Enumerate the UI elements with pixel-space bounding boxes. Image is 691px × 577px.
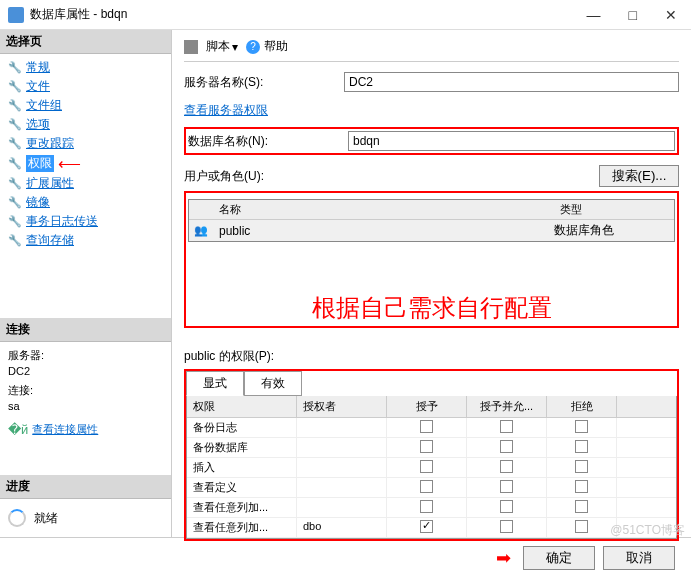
perm-deny (547, 418, 617, 437)
checkbox[interactable] (500, 520, 513, 533)
help-button[interactable]: ?帮助 (246, 38, 288, 55)
progress-status: 就绪 (34, 510, 58, 527)
script-dropdown[interactable]: 脚本▾ (206, 38, 238, 55)
server-name-input[interactable] (344, 72, 679, 92)
checkbox[interactable] (420, 480, 433, 493)
col-grantor[interactable]: 授权者 (297, 396, 387, 417)
nav-item-mirror[interactable]: 🔧镜像 (0, 193, 171, 212)
script-icon (184, 40, 198, 54)
arrow-annotation-icon: ⟵ (58, 154, 81, 173)
perm-grantor (297, 418, 387, 437)
annotation-text: 根据自己需求自行配置 (188, 292, 675, 324)
db-name-label: 数据库名称(N): (188, 133, 348, 150)
progress-header: 进度 (0, 475, 171, 499)
checkbox[interactable] (500, 460, 513, 473)
perm-grant (387, 498, 467, 517)
perm-name: 查看定义 (187, 478, 297, 497)
perm-row[interactable]: 查看任意列加... (187, 498, 676, 518)
checkbox[interactable] (500, 420, 513, 433)
nav-item-options[interactable]: 🔧选项 (0, 115, 171, 134)
connection-block: 服务器: DC2 连接: sa �й查看连接属性 (0, 342, 171, 445)
checkbox[interactable] (575, 500, 588, 513)
perm-name: 查看任意列加... (187, 518, 297, 537)
server-label: 服务器: (8, 348, 163, 363)
view-connection-props[interactable]: �й查看连接属性 (8, 422, 163, 437)
col-name[interactable]: 名称 (213, 200, 554, 219)
nav-item-querystore[interactable]: 🔧查询存储 (0, 231, 171, 250)
col-perm[interactable]: 权限 (187, 396, 297, 417)
checkbox[interactable] (420, 440, 433, 453)
checkbox[interactable] (500, 500, 513, 513)
checkbox[interactable] (575, 520, 588, 533)
perm-row[interactable]: 查看定义 (187, 478, 676, 498)
maximize-button[interactable]: □ (623, 5, 643, 25)
table-row[interactable]: 👥 public 数据库角色 (189, 220, 674, 241)
tab-effective[interactable]: 有效 (244, 371, 302, 396)
checkbox[interactable] (500, 440, 513, 453)
nav-item-general[interactable]: 🔧常规 (0, 58, 171, 77)
titlebar: 数据库属性 - bdqn — □ ✕ (0, 0, 691, 30)
checkbox[interactable] (420, 500, 433, 513)
perm-row[interactable]: 插入 (187, 458, 676, 478)
perm-row[interactable]: 备份日志 (187, 418, 676, 438)
toolbar: 脚本▾ ?帮助 (184, 38, 679, 62)
minimize-button[interactable]: — (581, 5, 607, 25)
perm-deny (547, 458, 617, 477)
nav-item-logshipping[interactable]: 🔧事务日志传送 (0, 212, 171, 231)
perm-label: public 的权限(P): (184, 348, 679, 365)
nav-list: 🔧常规 🔧文件 🔧文件组 🔧选项 🔧更改跟踪 🔧权限⟵ 🔧扩展属性 🔧镜像 🔧事… (0, 54, 171, 254)
col-deny[interactable]: 拒绝 (547, 396, 617, 417)
perm-row[interactable]: 查看任意列加...dbo (187, 518, 676, 538)
server-value: DC2 (8, 365, 163, 377)
search-button[interactable]: 搜索(E)... (599, 165, 679, 187)
view-server-perms-link[interactable]: 查看服务器权限 (184, 102, 268, 119)
role-type: 数据库角色 (554, 222, 674, 239)
perm-grantor (297, 458, 387, 477)
perm-grantor (297, 478, 387, 497)
close-button[interactable]: ✕ (659, 5, 683, 25)
nav-item-filegroups[interactable]: 🔧文件组 (0, 96, 171, 115)
checkbox[interactable] (420, 460, 433, 473)
perm-highlight: 显式 有效 权限 授权者 授予 授予并允... 拒绝 备份日志备份数据库插入查看… (184, 369, 679, 541)
roles-highlight: 名称 类型 👥 public 数据库角色 根据自己需求自行配置 (184, 191, 679, 328)
checkbox[interactable] (575, 420, 588, 433)
roles-table: 名称 类型 👥 public 数据库角色 (188, 199, 675, 242)
checkbox[interactable] (500, 480, 513, 493)
nav-item-permissions[interactable]: 🔧权限⟵ (0, 153, 171, 174)
perm-grant (387, 458, 467, 477)
sidebar: 选择页 🔧常规 🔧文件 🔧文件组 🔧选项 🔧更改跟踪 🔧权限⟵ 🔧扩展属性 🔧镜… (0, 30, 172, 537)
select-page-header: 选择页 (0, 30, 171, 54)
checkbox[interactable] (575, 460, 588, 473)
arrow-annotation-icon: ➡ (496, 547, 511, 569)
role-name: public (213, 224, 554, 238)
perm-grantwith (467, 458, 547, 477)
perm-row[interactable]: 备份数据库 (187, 438, 676, 458)
conn-value: sa (8, 400, 163, 412)
wrench-icon: 🔧 (8, 215, 22, 228)
conn-label: 连接: (8, 383, 163, 398)
col-type[interactable]: 类型 (554, 200, 674, 219)
db-name-input[interactable] (348, 131, 675, 151)
ok-button[interactable]: 确定 (523, 546, 595, 570)
col-icon (189, 200, 213, 219)
checkbox[interactable] (575, 480, 588, 493)
perm-name: 备份数据库 (187, 438, 297, 457)
perm-grantor: dbo (297, 518, 387, 537)
checkbox[interactable] (420, 520, 433, 533)
col-grant[interactable]: 授予 (387, 396, 467, 417)
nav-item-files[interactable]: 🔧文件 (0, 77, 171, 96)
wrench-icon: 🔧 (8, 137, 22, 150)
help-icon: ? (246, 40, 260, 54)
tab-explicit[interactable]: 显式 (186, 371, 244, 396)
nav-item-extended[interactable]: 🔧扩展属性 (0, 174, 171, 193)
nav-item-changetracking[interactable]: 🔧更改跟踪 (0, 134, 171, 153)
col-grantwith[interactable]: 授予并允... (467, 396, 547, 417)
window-title: 数据库属性 - bdqn (30, 6, 581, 23)
checkbox[interactable] (420, 420, 433, 433)
cancel-button[interactable]: 取消 (603, 546, 675, 570)
perm-grant (387, 418, 467, 437)
perm-grantor (297, 438, 387, 457)
checkbox[interactable] (575, 440, 588, 453)
chevron-down-icon: ▾ (232, 40, 238, 54)
perm-grantwith (467, 478, 547, 497)
